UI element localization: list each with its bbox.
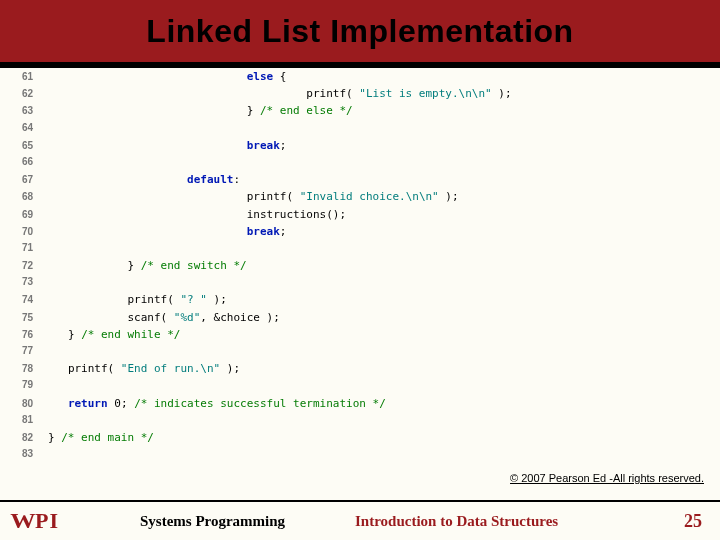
- code-text: return 0; /* indicates successful termin…: [48, 397, 386, 410]
- line-number: 72: [22, 260, 48, 271]
- code-text: default:: [48, 173, 240, 186]
- line-number: 81: [22, 414, 48, 425]
- line-number: 83: [22, 448, 48, 459]
- line-number: 68: [22, 191, 48, 202]
- code-text: } /* end while */: [48, 328, 180, 341]
- wpi-logo: W P I: [12, 508, 58, 534]
- line-number: 64: [22, 122, 48, 133]
- page-number: 25: [684, 511, 702, 532]
- code-text: instructions();: [48, 208, 346, 221]
- code-line: 62 printf( "List is empty.\n\n" );: [22, 87, 602, 104]
- slide: Linked List Implementation 61 else {62 p…: [0, 0, 720, 540]
- code-text: break;: [48, 139, 286, 152]
- code-text: printf( "? " );: [48, 293, 227, 306]
- line-number: 65: [22, 140, 48, 151]
- title-underline: [0, 62, 720, 68]
- code-line: 63 } /* end else */: [22, 104, 602, 121]
- code-text: printf( "List is empty.\n\n" );: [48, 87, 512, 100]
- code-line: 79: [22, 379, 602, 396]
- footer: W P I Systems Programming Introduction t…: [0, 500, 720, 540]
- code-text: scanf( "%d", &choice );: [48, 311, 280, 324]
- code-text: } /* end main */: [48, 431, 154, 444]
- code-line: 73: [22, 276, 602, 293]
- code-line: 81: [22, 414, 602, 431]
- code-line: 69 instructions();: [22, 208, 602, 225]
- code-text: } /* end else */: [48, 104, 353, 117]
- line-number: 82: [22, 432, 48, 443]
- code-line: 77: [22, 345, 602, 362]
- line-number: 74: [22, 294, 48, 305]
- code-line: 70 break;: [22, 225, 602, 242]
- code-line: 72 } /* end switch */: [22, 259, 602, 276]
- code-block: 61 else {62 printf( "List is empty.\n\n"…: [22, 70, 602, 465]
- code-line: 76 } /* end while */: [22, 328, 602, 345]
- line-number: 69: [22, 209, 48, 220]
- line-number: 77: [22, 345, 48, 356]
- code-line: 82} /* end main */: [22, 431, 602, 448]
- slide-title: Linked List Implementation: [146, 13, 573, 50]
- code-line: 64: [22, 122, 602, 139]
- line-number: 76: [22, 329, 48, 340]
- line-number: 78: [22, 363, 48, 374]
- line-number: 70: [22, 226, 48, 237]
- code-line: 65 break;: [22, 139, 602, 156]
- logo-letter-i: I: [49, 508, 58, 534]
- footer-center-text: Introduction to Data Structures: [355, 513, 558, 530]
- code-line: 78 printf( "End of run.\n" );: [22, 362, 602, 379]
- line-number: 63: [22, 105, 48, 116]
- code-text: printf( "Invalid choice.\n\n" );: [48, 190, 459, 203]
- line-number: 67: [22, 174, 48, 185]
- title-bar: Linked List Implementation: [0, 0, 720, 62]
- code-line: 80 return 0; /* indicates successful ter…: [22, 397, 602, 414]
- line-number: 73: [22, 276, 48, 287]
- footer-left-text: Systems Programming: [140, 513, 285, 530]
- line-number: 66: [22, 156, 48, 167]
- code-line: 71: [22, 242, 602, 259]
- code-text: } /* end switch */: [48, 259, 247, 272]
- line-number: 80: [22, 398, 48, 409]
- code-line: 83: [22, 448, 602, 465]
- line-number: 79: [22, 379, 48, 390]
- code-line: 61 else {: [22, 70, 602, 87]
- code-line: 75 scanf( "%d", &choice );: [22, 311, 602, 328]
- code-line: 67 default:: [22, 173, 602, 190]
- line-number: 75: [22, 312, 48, 323]
- code-text: break;: [48, 225, 286, 238]
- code-line: 68 printf( "Invalid choice.\n\n" );: [22, 190, 602, 207]
- code-line: 74 printf( "? " );: [22, 293, 602, 310]
- line-number: 61: [22, 71, 48, 82]
- line-number: 71: [22, 242, 48, 253]
- logo-letter-p: P: [35, 508, 48, 534]
- line-number: 62: [22, 88, 48, 99]
- copyright-text: © 2007 Pearson Ed -All rights reserved.: [510, 472, 704, 484]
- logo-letter-w: W: [10, 508, 35, 534]
- code-line: 66: [22, 156, 602, 173]
- code-text: else {: [48, 70, 286, 83]
- code-text: printf( "End of run.\n" );: [48, 362, 240, 375]
